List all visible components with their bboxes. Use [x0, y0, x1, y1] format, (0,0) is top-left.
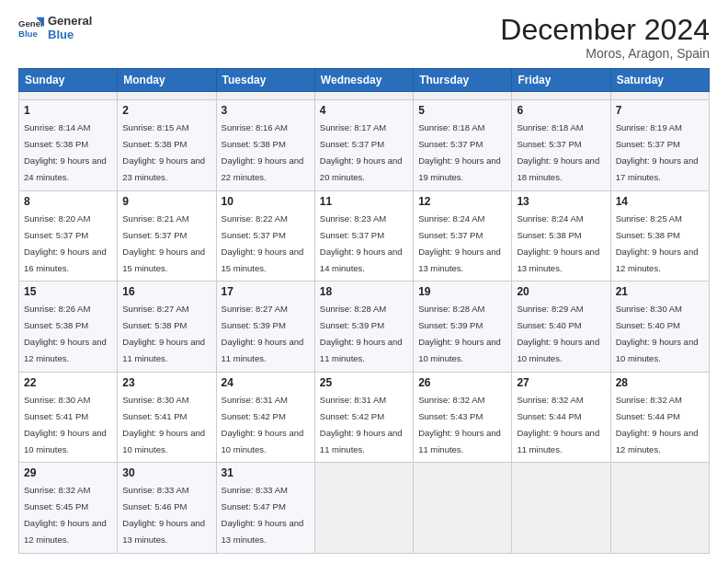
day-number: 17 — [222, 285, 310, 298]
day-cell: 21 Sunrise: 8:30 AMSunset: 5:40 PMDaylig… — [610, 282, 709, 373]
col-header-sunday: Sunday — [19, 69, 118, 92]
day-info: Sunrise: 8:21 AMSunset: 5:37 PMDaylight:… — [122, 213, 205, 273]
logo-line2: Blue — [48, 29, 92, 42]
day-number: 7 — [616, 104, 704, 117]
day-cell — [414, 92, 512, 100]
day-info: Sunrise: 8:31 AMSunset: 5:42 PMDaylight:… — [222, 395, 304, 454]
day-cell — [314, 92, 413, 100]
logo: General Blue General Blue — [18, 15, 92, 42]
day-cell: 14 Sunrise: 8:25 AMSunset: 5:38 PMDaylig… — [610, 190, 709, 282]
day-cell: 16 Sunrise: 8:27 AMSunset: 5:38 PMDaylig… — [118, 282, 216, 373]
day-cell: 3 Sunrise: 8:16 AMSunset: 5:38 PMDayligh… — [216, 100, 314, 191]
day-number: 27 — [517, 376, 605, 389]
day-cell: 19 Sunrise: 8:28 AMSunset: 5:39 PMDaylig… — [414, 282, 512, 373]
day-info: Sunrise: 8:30 AMSunset: 5:40 PMDaylight:… — [616, 304, 699, 363]
day-info: Sunrise: 8:23 AMSunset: 5:37 PMDaylight:… — [320, 213, 403, 273]
day-number: 11 — [320, 195, 408, 208]
month-title: December 2024 — [500, 15, 710, 44]
day-number: 29 — [24, 466, 112, 479]
day-info: Sunrise: 8:15 AMSunset: 5:38 PMDaylight:… — [122, 122, 205, 182]
day-cell: 26 Sunrise: 8:32 AMSunset: 5:43 PMDaylig… — [414, 372, 512, 463]
day-info: Sunrise: 8:27 AMSunset: 5:38 PMDaylight:… — [122, 304, 205, 363]
day-cell: 28 Sunrise: 8:32 AMSunset: 5:44 PMDaylig… — [610, 372, 709, 463]
day-info: Sunrise: 8:24 AMSunset: 5:37 PMDaylight:… — [418, 213, 501, 273]
day-number: 26 — [418, 376, 506, 389]
calendar-header-row: SundayMondayTuesdayWednesdayThursdayFrid… — [19, 69, 710, 92]
day-number: 1 — [24, 104, 112, 117]
day-info: Sunrise: 8:18 AMSunset: 5:37 PMDaylight:… — [517, 122, 599, 182]
location: Moros, Aragon, Spain — [500, 46, 710, 61]
col-header-saturday: Saturday — [610, 69, 709, 92]
day-info: Sunrise: 8:14 AMSunset: 5:38 PMDaylight:… — [24, 122, 107, 182]
header: General Blue General Blue December 2024 … — [18, 15, 710, 61]
day-info: Sunrise: 8:22 AMSunset: 5:37 PMDaylight:… — [222, 213, 304, 273]
page: General Blue General Blue December 2024 … — [0, 0, 728, 563]
day-info: Sunrise: 8:25 AMSunset: 5:38 PMDaylight:… — [616, 213, 699, 273]
day-cell — [216, 92, 314, 100]
day-number: 22 — [24, 376, 112, 389]
day-info: Sunrise: 8:30 AMSunset: 5:41 PMDaylight:… — [24, 395, 107, 454]
day-cell — [314, 463, 413, 554]
day-info: Sunrise: 8:18 AMSunset: 5:37 PMDaylight:… — [418, 122, 501, 182]
day-info: Sunrise: 8:32 AMSunset: 5:43 PMDaylight:… — [418, 395, 501, 454]
col-header-thursday: Thursday — [414, 69, 512, 92]
day-info: Sunrise: 8:28 AMSunset: 5:39 PMDaylight:… — [320, 304, 403, 363]
col-header-friday: Friday — [512, 69, 610, 92]
day-number: 31 — [222, 466, 310, 479]
day-info: Sunrise: 8:20 AMSunset: 5:37 PMDaylight:… — [24, 213, 107, 273]
day-info: Sunrise: 8:32 AMSunset: 5:44 PMDaylight:… — [616, 395, 699, 454]
day-cell: 29 Sunrise: 8:32 AMSunset: 5:45 PMDaylig… — [19, 463, 118, 554]
day-cell: 30 Sunrise: 8:33 AMSunset: 5:46 PMDaylig… — [118, 463, 216, 554]
day-number: 16 — [122, 285, 210, 298]
week-row-3: 8 Sunrise: 8:20 AMSunset: 5:37 PMDayligh… — [19, 190, 710, 282]
day-cell: 15 Sunrise: 8:26 AMSunset: 5:38 PMDaylig… — [19, 282, 118, 373]
day-cell: 1 Sunrise: 8:14 AMSunset: 5:38 PMDayligh… — [19, 100, 118, 191]
day-info: Sunrise: 8:26 AMSunset: 5:38 PMDaylight:… — [24, 304, 107, 363]
day-cell: 31 Sunrise: 8:33 AMSunset: 5:47 PMDaylig… — [216, 463, 314, 554]
day-number: 15 — [24, 285, 112, 298]
title-block: December 2024 Moros, Aragon, Spain — [500, 15, 710, 61]
day-cell — [414, 463, 512, 554]
day-number: 24 — [222, 376, 310, 389]
logo-icon: General Blue — [18, 16, 44, 41]
col-header-wednesday: Wednesday — [314, 69, 413, 92]
day-number: 21 — [616, 285, 704, 298]
day-cell: 13 Sunrise: 8:24 AMSunset: 5:38 PMDaylig… — [512, 190, 610, 282]
day-info: Sunrise: 8:27 AMSunset: 5:39 PMDaylight:… — [222, 304, 304, 363]
day-cell: 2 Sunrise: 8:15 AMSunset: 5:38 PMDayligh… — [118, 100, 216, 191]
logo-line1: General — [48, 15, 92, 29]
day-info: Sunrise: 8:29 AMSunset: 5:40 PMDaylight:… — [517, 304, 599, 363]
day-info: Sunrise: 8:19 AMSunset: 5:37 PMDaylight:… — [616, 122, 699, 182]
day-cell — [512, 463, 610, 554]
day-cell: 10 Sunrise: 8:22 AMSunset: 5:37 PMDaylig… — [216, 190, 314, 282]
day-info: Sunrise: 8:32 AMSunset: 5:45 PMDaylight:… — [24, 485, 107, 545]
day-cell — [19, 92, 118, 100]
day-number: 4 — [320, 104, 408, 117]
day-number: 12 — [418, 195, 506, 208]
day-number: 10 — [222, 195, 310, 208]
day-number: 25 — [320, 376, 408, 389]
day-number: 13 — [517, 195, 605, 208]
day-cell: 8 Sunrise: 8:20 AMSunset: 5:37 PMDayligh… — [19, 190, 118, 282]
day-cell — [610, 92, 709, 100]
day-info: Sunrise: 8:30 AMSunset: 5:41 PMDaylight:… — [122, 395, 205, 454]
col-header-tuesday: Tuesday — [216, 69, 314, 92]
day-cell: 20 Sunrise: 8:29 AMSunset: 5:40 PMDaylig… — [512, 282, 610, 373]
day-number: 18 — [320, 285, 408, 298]
col-header-monday: Monday — [118, 69, 216, 92]
day-info: Sunrise: 8:28 AMSunset: 5:39 PMDaylight:… — [418, 304, 501, 363]
day-cell: 5 Sunrise: 8:18 AMSunset: 5:37 PMDayligh… — [414, 100, 512, 191]
day-cell: 11 Sunrise: 8:23 AMSunset: 5:37 PMDaylig… — [314, 190, 413, 282]
day-cell: 17 Sunrise: 8:27 AMSunset: 5:39 PMDaylig… — [216, 282, 314, 373]
day-number: 3 — [222, 104, 310, 117]
day-info: Sunrise: 8:24 AMSunset: 5:38 PMDaylight:… — [517, 213, 599, 273]
day-cell: 25 Sunrise: 8:31 AMSunset: 5:42 PMDaylig… — [314, 372, 413, 463]
day-cell: 27 Sunrise: 8:32 AMSunset: 5:44 PMDaylig… — [512, 372, 610, 463]
week-row-1 — [19, 92, 710, 100]
day-info: Sunrise: 8:32 AMSunset: 5:44 PMDaylight:… — [517, 395, 599, 454]
day-cell — [118, 92, 216, 100]
week-row-5: 22 Sunrise: 8:30 AMSunset: 5:41 PMDaylig… — [19, 372, 710, 463]
day-number: 30 — [122, 466, 210, 479]
day-number: 8 — [24, 195, 112, 208]
day-number: 6 — [517, 104, 605, 117]
